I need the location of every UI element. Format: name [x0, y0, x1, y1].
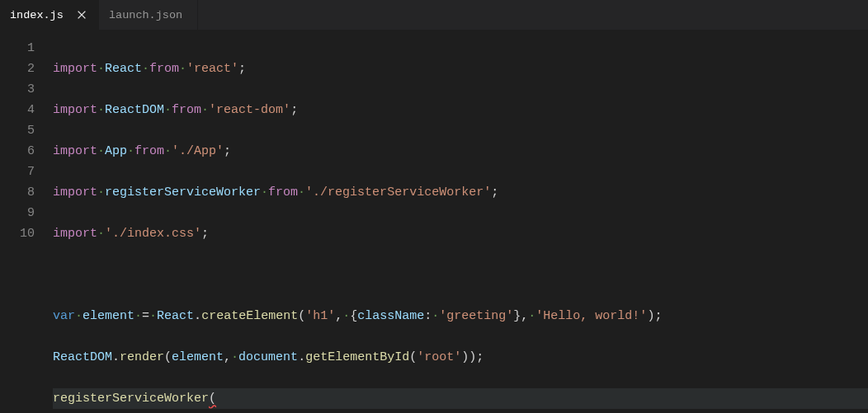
line-number: 8 — [0, 182, 35, 203]
tab-label: index.js — [10, 9, 68, 21]
code-line[interactable]: var·element·=·React.createElement('h1',·… — [53, 306, 868, 326]
line-number: 4 — [0, 100, 35, 120]
code-line[interactable]: ReactDOM.render(element,·document.getEle… — [53, 347, 868, 368]
code-line[interactable]: import·'./index.css'; — [53, 223, 868, 244]
syntax-error-marker: ( — [209, 392, 216, 406]
tab-launch-json[interactable]: launch.json — [99, 0, 198, 30]
line-number: 6 — [0, 141, 35, 162]
line-number: 7 — [0, 162, 35, 182]
line-number: 5 — [0, 120, 35, 141]
editor-tabs: index.js launch.json — [0, 0, 868, 30]
code-line[interactable]: import·registerServiceWorker·from·'./reg… — [53, 182, 868, 203]
line-number: 1 — [0, 38, 35, 59]
tab-index-js[interactable]: index.js — [0, 0, 99, 30]
line-number-gutter: 1 2 3 4 5 6 7 8 9 10 — [0, 38, 53, 413]
code-line[interactable]: registerServiceWorker( — [53, 388, 868, 409]
line-number: 3 — [0, 79, 35, 100]
code-area[interactable]: import·React·from·'react'; import·ReactD… — [53, 38, 868, 413]
code-line[interactable] — [53, 265, 868, 285]
code-line[interactable]: import·App·from·'./App'; — [53, 141, 868, 162]
close-icon[interactable] — [75, 8, 88, 21]
line-number: 2 — [0, 59, 35, 79]
code-line[interactable]: import·ReactDOM·from·'react-dom'; — [53, 100, 868, 120]
code-line[interactable]: import·React·from·'react'; — [53, 59, 868, 79]
line-number: 9 — [0, 203, 35, 223]
tab-label: launch.json — [109, 9, 187, 21]
line-number: 10 — [0, 223, 35, 244]
code-editor[interactable]: 1 2 3 4 5 6 7 8 9 10 import·React·from·'… — [0, 30, 868, 413]
